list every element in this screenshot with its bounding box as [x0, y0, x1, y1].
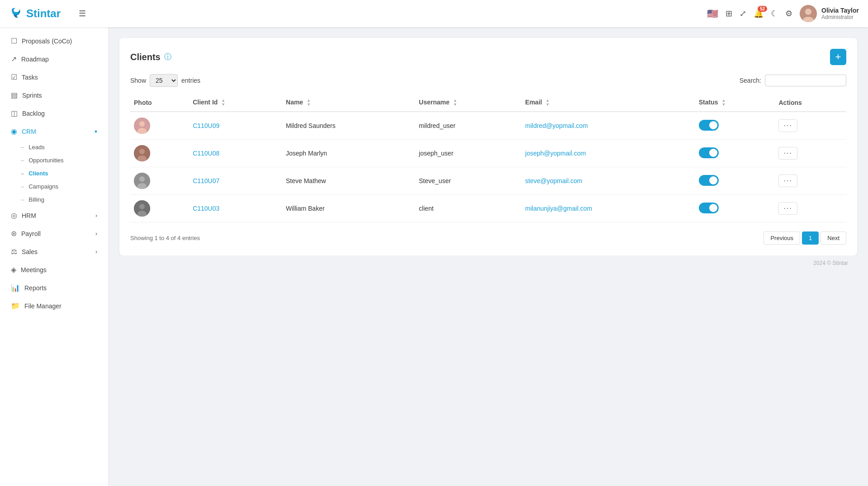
cell-email: milanunjiya@gmail.com [522, 195, 695, 222]
client-id-link[interactable]: C110U09 [193, 122, 219, 129]
cell-username: client [415, 195, 522, 222]
sidebar-item-sales[interactable]: ⚖ Sales › [3, 243, 105, 260]
search-label: Search: [740, 77, 761, 84]
status-toggle[interactable] [699, 147, 719, 158]
hamburger-icon[interactable]: ☰ [79, 9, 86, 19]
header-left: Stintar ☰ [9, 6, 86, 21]
avatar [800, 5, 817, 22]
page-1-button[interactable]: 1 [802, 231, 819, 245]
table-header: Photo Client Id ▲▼ Name ▲▼ Username ▲▼ [130, 94, 846, 112]
col-status[interactable]: Status ▲▼ [695, 94, 775, 112]
sidebar-item-payroll[interactable]: ⊛ Payroll › [3, 225, 105, 242]
cell-name: Joseph Marlyn [282, 140, 415, 167]
sidebar-item-hrm[interactable]: ◎ HRM › [3, 207, 105, 224]
actions-button[interactable]: ··· [778, 147, 797, 160]
sales-icon: ⚖ [11, 247, 17, 256]
sidebar-item-roadmap[interactable]: ↗ Roadmap [3, 50, 105, 68]
next-button[interactable]: Next [821, 231, 846, 245]
table-row: C110U08 Joseph Marlyn joseph_user joseph… [130, 140, 846, 167]
entries-select[interactable]: 25 10 50 100 [150, 74, 178, 87]
sidebar-item-label: File Manager [24, 302, 62, 310]
client-id-link[interactable]: C110U07 [193, 177, 219, 184]
apps-icon[interactable]: ⊞ [726, 9, 732, 19]
cell-client-id: C110U09 [189, 112, 282, 140]
card-title-area: Clients ⓘ [130, 52, 171, 62]
search-input[interactable] [765, 75, 846, 86]
crosshair-icon[interactable]: ⤢ [740, 9, 746, 19]
client-id-link[interactable]: C110U03 [193, 205, 219, 212]
actions-button[interactable]: ··· [778, 202, 797, 215]
cell-photo [130, 195, 189, 222]
client-id-link[interactable]: C110U08 [193, 150, 219, 157]
reports-icon: 📊 [11, 283, 20, 292]
add-client-button[interactable]: + [830, 49, 846, 65]
user-details: Olivia Taylor Administrator [821, 7, 859, 20]
sidebar-item-label: Backlog [22, 110, 45, 117]
cell-status [695, 167, 775, 195]
flag-icon[interactable]: 🇺🇸 [707, 8, 718, 19]
sidebar-item-campaigns[interactable]: – Campaigns [16, 180, 108, 193]
logo: Stintar [9, 6, 61, 21]
user-info: Olivia Taylor Administrator [800, 5, 859, 22]
sidebar-item-label: Sprints [22, 92, 42, 99]
sidebar-item-meetings[interactable]: ◈ Meetings [3, 261, 105, 278]
row-avatar [134, 118, 150, 134]
sidebar-item-crm[interactable]: ◉ CRM ▾ [3, 123, 105, 140]
card-header: Clients ⓘ + [130, 49, 846, 65]
sprints-icon: ▤ [11, 91, 18, 99]
sidebar-item-billing[interactable]: – Billing [16, 193, 108, 206]
cell-status [695, 195, 775, 222]
actions-button[interactable]: ··· [778, 175, 797, 187]
sidebar-item-tasks[interactable]: ☑ Tasks [3, 68, 105, 86]
status-toggle[interactable] [699, 203, 719, 213]
sidebar-item-label: CRM [22, 128, 36, 135]
email-link[interactable]: milanunjiya@gmail.com [525, 205, 592, 212]
sidebar-item-clients[interactable]: – Clients [16, 167, 108, 180]
user-name: Olivia Taylor [821, 7, 859, 14]
sidebar-item-reports[interactable]: 📊 Reports [3, 279, 105, 297]
sidebar-item-sprints[interactable]: ▤ Sprints [3, 86, 105, 104]
gear-icon[interactable]: ⚙ [785, 9, 792, 19]
email-link[interactable]: mildred@yopmail.com [525, 122, 588, 129]
col-client-id[interactable]: Client Id ▲▼ [189, 94, 282, 112]
col-username[interactable]: Username ▲▼ [415, 94, 522, 112]
show-entries-area: Show 25 10 50 100 entries [130, 74, 200, 87]
svg-point-13 [139, 204, 145, 209]
cell-photo [130, 112, 189, 140]
moon-icon[interactable]: ☾ [771, 9, 778, 19]
col-email[interactable]: Email ▲▼ [522, 94, 695, 112]
cell-client-id: C110U07 [189, 167, 282, 195]
show-label: Show [130, 77, 146, 84]
status-toggle[interactable] [699, 120, 719, 131]
sidebar-item-label: Roadmap [21, 56, 49, 63]
sidebar-item-proposals[interactable]: ☐ Proposals (CoCo) [3, 32, 105, 50]
cell-actions: ··· [775, 195, 846, 222]
cell-username: Steve_user [415, 167, 522, 195]
table-row: C110U03 William Baker client milanunjiya… [130, 195, 846, 222]
email-link[interactable]: steve@yopmail.com [525, 177, 582, 184]
sidebar-item-filemanager[interactable]: 📁 File Manager [3, 297, 105, 315]
notification-icon[interactable]: 🔔 52 [754, 9, 764, 19]
cell-photo [130, 140, 189, 167]
sidebar-item-leads[interactable]: – Leads [16, 141, 108, 154]
row-avatar [134, 145, 150, 161]
col-photo: Photo [130, 94, 189, 112]
col-name[interactable]: Name ▲▼ [282, 94, 415, 112]
sidebar-item-opportunities[interactable]: – Opportunities [16, 154, 108, 167]
email-link[interactable]: joseph@yopmail.com [525, 150, 586, 157]
sidebar-item-backlog[interactable]: ◫ Backlog [3, 104, 105, 122]
info-icon[interactable]: ⓘ [164, 52, 171, 62]
actions-button[interactable]: ··· [778, 119, 797, 132]
sort-icon: ▲▼ [545, 99, 550, 107]
row-avatar [134, 200, 150, 217]
status-toggle[interactable] [699, 175, 719, 186]
main-content: Clients ⓘ + Show 25 10 50 100 entries [109, 27, 868, 486]
header-right: 🇺🇸 ⊞ ⤢ 🔔 52 ☾ ⚙ Olivia Taylor Administra… [707, 5, 859, 22]
cell-actions: ··· [775, 112, 846, 140]
chevron-down-icon: ▾ [95, 128, 97, 135]
svg-point-4 [139, 121, 145, 127]
svg-point-1 [805, 9, 811, 15]
sort-icon: ▲▼ [221, 99, 225, 107]
previous-button[interactable]: Previous [764, 231, 800, 245]
sidebar-item-label: Payroll [21, 230, 41, 237]
